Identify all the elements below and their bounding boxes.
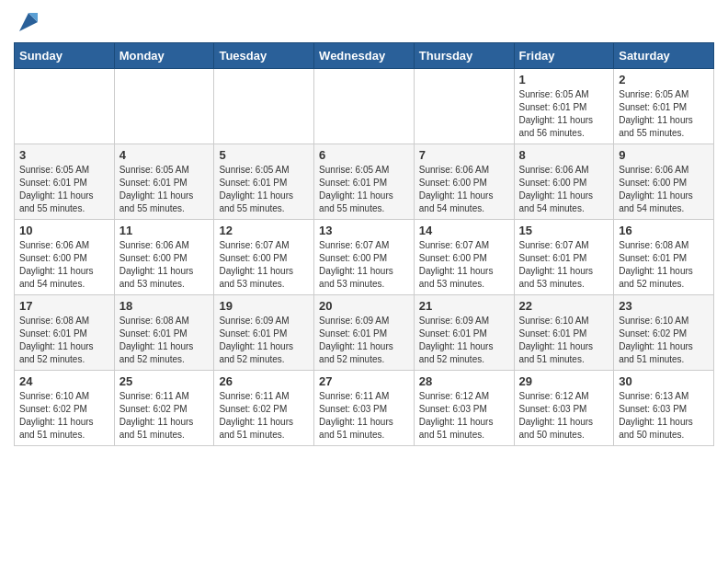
day-info-4: Sunrise: 6:05 AM Sunset: 6:01 PM Dayligh… xyxy=(119,164,210,215)
day-info-3: Sunrise: 6:05 AM Sunset: 6:01 PM Dayligh… xyxy=(19,164,109,215)
day-number-15: 15 xyxy=(519,224,609,237)
day-number-4: 4 xyxy=(119,148,210,162)
day-info-29: Sunrise: 6:12 AM Sunset: 6:03 PM Dayligh… xyxy=(519,390,609,442)
day-cell-5: 5Sunrise: 6:05 AM Sunset: 6:01 PM Daylig… xyxy=(214,144,314,220)
day-number-30: 30 xyxy=(619,374,709,388)
col-header-wednesday: Wednesday xyxy=(314,43,415,69)
day-number-5: 5 xyxy=(219,148,309,162)
col-header-monday: Monday xyxy=(114,43,214,69)
day-number-8: 8 xyxy=(519,148,609,162)
day-cell-13: 13Sunrise: 6:07 AM Sunset: 6:00 PM Dayli… xyxy=(314,220,415,295)
day-number-6: 6 xyxy=(319,148,409,162)
day-number-14: 14 xyxy=(419,224,509,237)
day-cell-29: 29Sunrise: 6:12 AM Sunset: 6:03 PM Dayli… xyxy=(514,371,614,446)
page: SundayMondayTuesdayWednesdayThursdayFrid… xyxy=(0,0,728,455)
day-cell-23: 23Sunrise: 6:10 AM Sunset: 6:02 PM Dayli… xyxy=(614,295,714,371)
day-cell-14: 14Sunrise: 6:07 AM Sunset: 6:00 PM Dayli… xyxy=(414,220,514,295)
day-number-13: 13 xyxy=(319,224,409,237)
day-info-6: Sunrise: 6:05 AM Sunset: 6:01 PM Dayligh… xyxy=(319,164,409,215)
day-number-1: 1 xyxy=(519,73,609,86)
day-info-11: Sunrise: 6:06 AM Sunset: 6:00 PM Dayligh… xyxy=(119,239,210,291)
empty-cell xyxy=(114,69,214,144)
day-number-26: 26 xyxy=(219,374,309,388)
week-row-2: 3Sunrise: 6:05 AM Sunset: 6:01 PM Daylig… xyxy=(15,144,714,220)
day-cell-6: 6Sunrise: 6:05 AM Sunset: 6:01 PM Daylig… xyxy=(314,144,415,220)
day-number-16: 16 xyxy=(619,224,709,237)
day-info-28: Sunrise: 6:12 AM Sunset: 6:03 PM Dayligh… xyxy=(419,390,509,442)
day-number-22: 22 xyxy=(519,299,609,313)
week-row-1: 1Sunrise: 6:05 AM Sunset: 6:01 PM Daylig… xyxy=(15,69,714,144)
day-number-25: 25 xyxy=(119,374,210,388)
day-info-20: Sunrise: 6:09 AM Sunset: 6:01 PM Dayligh… xyxy=(319,315,409,366)
day-info-30: Sunrise: 6:13 AM Sunset: 6:03 PM Dayligh… xyxy=(619,390,709,442)
day-number-3: 3 xyxy=(19,148,109,162)
day-info-22: Sunrise: 6:10 AM Sunset: 6:01 PM Dayligh… xyxy=(519,315,609,366)
day-info-12: Sunrise: 6:07 AM Sunset: 6:00 PM Dayligh… xyxy=(219,239,309,291)
day-cell-26: 26Sunrise: 6:11 AM Sunset: 6:02 PM Dayli… xyxy=(214,371,314,446)
day-cell-28: 28Sunrise: 6:12 AM Sunset: 6:03 PM Dayli… xyxy=(414,371,514,446)
day-info-26: Sunrise: 6:11 AM Sunset: 6:02 PM Dayligh… xyxy=(219,390,309,442)
day-number-27: 27 xyxy=(319,374,409,388)
day-number-20: 20 xyxy=(319,299,409,313)
day-number-21: 21 xyxy=(419,299,509,313)
day-info-27: Sunrise: 6:11 AM Sunset: 6:03 PM Dayligh… xyxy=(319,390,409,442)
day-cell-1: 1Sunrise: 6:05 AM Sunset: 6:01 PM Daylig… xyxy=(514,69,614,144)
header-row: SundayMondayTuesdayWednesdayThursdayFrid… xyxy=(15,43,714,69)
day-cell-15: 15Sunrise: 6:07 AM Sunset: 6:01 PM Dayli… xyxy=(514,220,614,295)
week-row-4: 17Sunrise: 6:08 AM Sunset: 6:01 PM Dayli… xyxy=(15,295,714,371)
empty-cell xyxy=(15,69,115,144)
day-info-23: Sunrise: 6:10 AM Sunset: 6:02 PM Dayligh… xyxy=(619,315,709,366)
col-header-friday: Friday xyxy=(514,43,614,69)
day-number-23: 23 xyxy=(619,299,709,313)
day-cell-18: 18Sunrise: 6:08 AM Sunset: 6:01 PM Dayli… xyxy=(114,295,214,371)
day-number-28: 28 xyxy=(419,374,509,388)
day-cell-21: 21Sunrise: 6:09 AM Sunset: 6:01 PM Dayli… xyxy=(414,295,514,371)
col-header-sunday: Sunday xyxy=(15,43,115,69)
day-cell-25: 25Sunrise: 6:11 AM Sunset: 6:02 PM Dayli… xyxy=(114,371,214,446)
day-info-25: Sunrise: 6:11 AM Sunset: 6:02 PM Dayligh… xyxy=(119,390,210,442)
empty-cell xyxy=(414,69,514,144)
day-cell-9: 9Sunrise: 6:06 AM Sunset: 6:00 PM Daylig… xyxy=(614,144,714,220)
day-cell-11: 11Sunrise: 6:06 AM Sunset: 6:00 PM Dayli… xyxy=(114,220,214,295)
col-header-saturday: Saturday xyxy=(614,43,714,69)
day-info-1: Sunrise: 6:05 AM Sunset: 6:01 PM Dayligh… xyxy=(519,88,609,140)
col-header-thursday: Thursday xyxy=(414,43,514,69)
day-number-2: 2 xyxy=(619,73,709,86)
day-cell-12: 12Sunrise: 6:07 AM Sunset: 6:00 PM Dayli… xyxy=(214,220,314,295)
day-cell-27: 27Sunrise: 6:11 AM Sunset: 6:03 PM Dayli… xyxy=(314,371,415,446)
day-cell-24: 24Sunrise: 6:10 AM Sunset: 6:02 PM Dayli… xyxy=(15,371,115,446)
day-number-12: 12 xyxy=(219,224,309,237)
day-info-17: Sunrise: 6:08 AM Sunset: 6:01 PM Dayligh… xyxy=(19,315,109,366)
day-number-17: 17 xyxy=(19,299,109,313)
day-info-10: Sunrise: 6:06 AM Sunset: 6:00 PM Dayligh… xyxy=(19,239,109,291)
header xyxy=(14,9,714,35)
day-info-19: Sunrise: 6:09 AM Sunset: 6:01 PM Dayligh… xyxy=(219,315,309,366)
day-cell-8: 8Sunrise: 6:06 AM Sunset: 6:00 PM Daylig… xyxy=(514,144,614,220)
day-cell-7: 7Sunrise: 6:06 AM Sunset: 6:00 PM Daylig… xyxy=(414,144,514,220)
day-info-7: Sunrise: 6:06 AM Sunset: 6:00 PM Dayligh… xyxy=(419,164,509,215)
day-info-21: Sunrise: 6:09 AM Sunset: 6:01 PM Dayligh… xyxy=(419,315,509,366)
day-info-14: Sunrise: 6:07 AM Sunset: 6:00 PM Dayligh… xyxy=(419,239,509,291)
day-info-8: Sunrise: 6:06 AM Sunset: 6:00 PM Dayligh… xyxy=(519,164,609,215)
calendar-table: SundayMondayTuesdayWednesdayThursdayFrid… xyxy=(14,42,714,446)
day-cell-2: 2Sunrise: 6:05 AM Sunset: 6:01 PM Daylig… xyxy=(614,69,714,144)
day-number-24: 24 xyxy=(19,374,109,388)
week-row-3: 10Sunrise: 6:06 AM Sunset: 6:00 PM Dayli… xyxy=(15,220,714,295)
day-cell-10: 10Sunrise: 6:06 AM Sunset: 6:00 PM Dayli… xyxy=(15,220,115,295)
day-cell-22: 22Sunrise: 6:10 AM Sunset: 6:01 PM Dayli… xyxy=(514,295,614,371)
day-info-15: Sunrise: 6:07 AM Sunset: 6:01 PM Dayligh… xyxy=(519,239,609,291)
day-cell-16: 16Sunrise: 6:08 AM Sunset: 6:01 PM Dayli… xyxy=(614,220,714,295)
day-info-13: Sunrise: 6:07 AM Sunset: 6:00 PM Dayligh… xyxy=(319,239,409,291)
day-number-19: 19 xyxy=(219,299,309,313)
day-cell-4: 4Sunrise: 6:05 AM Sunset: 6:01 PM Daylig… xyxy=(114,144,214,220)
week-row-5: 24Sunrise: 6:10 AM Sunset: 6:02 PM Dayli… xyxy=(15,371,714,446)
col-header-tuesday: Tuesday xyxy=(214,43,314,69)
empty-cell xyxy=(214,69,314,144)
day-cell-30: 30Sunrise: 6:13 AM Sunset: 6:03 PM Dayli… xyxy=(614,371,714,446)
day-number-10: 10 xyxy=(19,224,109,237)
day-cell-20: 20Sunrise: 6:09 AM Sunset: 6:01 PM Dayli… xyxy=(314,295,415,371)
day-info-2: Sunrise: 6:05 AM Sunset: 6:01 PM Dayligh… xyxy=(619,88,709,140)
day-info-18: Sunrise: 6:08 AM Sunset: 6:01 PM Dayligh… xyxy=(119,315,210,366)
logo-icon xyxy=(16,9,41,35)
empty-cell xyxy=(314,69,415,144)
